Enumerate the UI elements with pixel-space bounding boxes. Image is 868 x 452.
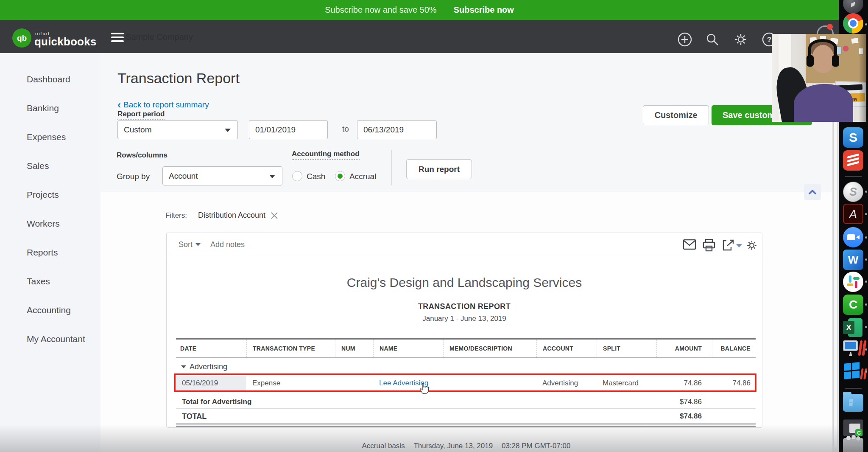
chevron-down-icon	[225, 129, 231, 132]
headphone-cup-left	[807, 55, 814, 67]
dock-divider	[845, 388, 862, 389]
rows-columns-label: Rows/columns	[117, 151, 167, 160]
col-header-amount: AMOUNT	[656, 340, 712, 357]
search-icon[interactable]	[705, 32, 720, 47]
back-to-report-summary-link[interactable]: ‹Back to report summary	[117, 99, 209, 111]
grand-total-label: TOTAL	[176, 410, 656, 423]
highlight-annotation-box	[174, 373, 756, 392]
report-run-date: Thursday, June 13, 2019	[413, 442, 493, 450]
chevron-left-icon: ‹	[117, 99, 121, 110]
group-total-label: Total for Advertising	[176, 396, 656, 408]
sidebar-item-accounting[interactable]: Accounting	[0, 296, 100, 325]
sidebar-item-reports[interactable]: Reports	[0, 238, 100, 267]
col-header-date: DATE	[176, 340, 246, 357]
dock-icon-launchpad[interactable]	[843, 0, 863, 14]
dock-icon-camtasia[interactable]: C	[843, 295, 863, 315]
grand-total-amount: $74.86	[656, 410, 712, 423]
cash-radio[interactable]	[292, 171, 302, 181]
col-header-name: NAME	[373, 340, 443, 357]
report-period-label[interactable]: Report period	[117, 110, 165, 120]
chevron-down-icon	[269, 175, 275, 178]
dock-icon-slack[interactable]	[843, 272, 863, 292]
report-period-select[interactable]: Custom	[117, 120, 238, 139]
col-header-transaction-type: TRANSACTION TYPE	[246, 340, 335, 357]
promo-message: Subscribe now and save 50%	[325, 5, 437, 15]
sidebar-item-workers[interactable]: Workers	[0, 209, 100, 238]
dock-icon-parallels-desktop[interactable]	[843, 339, 863, 359]
dock-icon-chrome[interactable]	[843, 13, 863, 34]
dock-icon-snagit[interactable]: S	[843, 127, 863, 148]
accrual-radio[interactable]	[335, 171, 345, 181]
main-content: Transaction Report ‹Back to report summa…	[100, 53, 832, 452]
col-header-balance: BALANCE	[712, 340, 756, 357]
dock-icon-zoom[interactable]	[843, 227, 863, 247]
col-header-memo: MEMO/DESCRIPTION	[443, 340, 536, 357]
group-by-select[interactable]: Account	[162, 166, 282, 185]
sidebar-item-taxes[interactable]: Taxes	[0, 267, 100, 296]
dock-icon-folder[interactable]	[843, 394, 863, 412]
dock-icon-excel[interactable]	[843, 317, 863, 338]
quickbooks-wordmark: quickbooks	[34, 35, 96, 48]
sort-button[interactable]: Sort	[179, 240, 201, 249]
dock-divider	[845, 176, 862, 177]
collapse-group-icon[interactable]	[181, 365, 186, 368]
report-period-range: January 1 - June 13, 2019	[167, 314, 762, 323]
gear-icon[interactable]	[733, 32, 748, 47]
page-title: Transaction Report	[117, 70, 240, 87]
cash-label: Cash	[307, 172, 325, 181]
table-header-row: DATE TRANSACTION TYPE NUM NAME MEMO/DESC…	[176, 338, 756, 358]
hamburger-menu-icon[interactable]	[111, 33, 124, 42]
webcam-overlay: NEW DRIVER	[772, 34, 866, 122]
run-report-button[interactable]: Run report	[406, 159, 472, 179]
dock-icon-word[interactable]: W	[843, 250, 863, 270]
col-header-num: NUM	[335, 340, 373, 357]
remove-filter-icon[interactable]	[271, 212, 278, 219]
add-notes-button[interactable]: Add notes	[210, 240, 245, 249]
sidebar-item-banking[interactable]: Banking	[0, 94, 100, 123]
col-header-split: SPLIT	[597, 340, 656, 357]
sidebar-item-expenses[interactable]: Expenses	[0, 123, 100, 152]
collapse-panel-button[interactable]	[804, 184, 821, 200]
headphone-cup-right	[832, 55, 839, 67]
chevron-down-icon	[195, 243, 201, 246]
email-icon[interactable]	[683, 239, 696, 250]
chevron-up-icon	[808, 190, 817, 195]
to-label: to	[342, 124, 349, 134]
date-from-input[interactable]: 01/01/2019	[249, 120, 328, 139]
grand-total-row: TOTAL $74.86	[176, 410, 756, 423]
notification-dot	[827, 24, 833, 30]
person-torso	[794, 84, 853, 122]
sidebar-item-dashboard[interactable]: Dashboard	[0, 65, 100, 94]
filters-label: Filters:	[165, 211, 187, 220]
dock-icon-windows[interactable]	[843, 362, 863, 382]
accrual-label: Accrual	[349, 172, 376, 181]
subscribe-now-button[interactable]: Subscribe now	[454, 5, 514, 15]
dock-icon-snagit-editor[interactable]: S	[843, 182, 863, 202]
group-by-label: Group by	[117, 172, 150, 181]
export-options-caret[interactable]	[736, 244, 742, 247]
app-header: qb intuit quickbooks Sample Company ?	[0, 20, 839, 53]
sidebar-item-projects[interactable]: Projects	[0, 180, 100, 209]
mouse-cursor	[419, 382, 429, 394]
filters-row: Filters: Distribution Account	[165, 211, 278, 220]
print-icon[interactable]	[702, 239, 716, 252]
customize-button[interactable]: Customize	[643, 105, 709, 125]
quickbooks-logo-icon: qb	[12, 28, 31, 48]
headphones-band-icon	[808, 39, 837, 57]
date-to-input[interactable]: 06/13/2019	[357, 120, 437, 139]
report-toolbar: Sort Add notes	[167, 233, 762, 257]
dock-icon-trash[interactable]	[843, 438, 863, 452]
dock-icon-acrobat-reader[interactable]: A	[843, 204, 863, 224]
sidebar-item-sales[interactable]: Sales	[0, 152, 100, 180]
group-row-advertising[interactable]: Advertising	[181, 362, 227, 371]
group-total-row: Total for Advertising $74.86	[176, 395, 756, 409]
sidebar-item-my-accountant[interactable]: My Accountant	[0, 325, 100, 354]
accounting-method-label[interactable]: Accounting method	[292, 150, 360, 160]
report-settings-gear-icon[interactable]	[745, 239, 758, 252]
dock-icon-camtasia-window[interactable]: C	[843, 419, 863, 436]
accounting-basis: Accrual basis	[362, 442, 405, 450]
create-plus-icon[interactable]	[677, 32, 692, 47]
export-icon[interactable]	[721, 239, 735, 252]
group-total-amount: $74.86	[656, 396, 712, 408]
dock-icon-todoist[interactable]	[843, 150, 863, 171]
